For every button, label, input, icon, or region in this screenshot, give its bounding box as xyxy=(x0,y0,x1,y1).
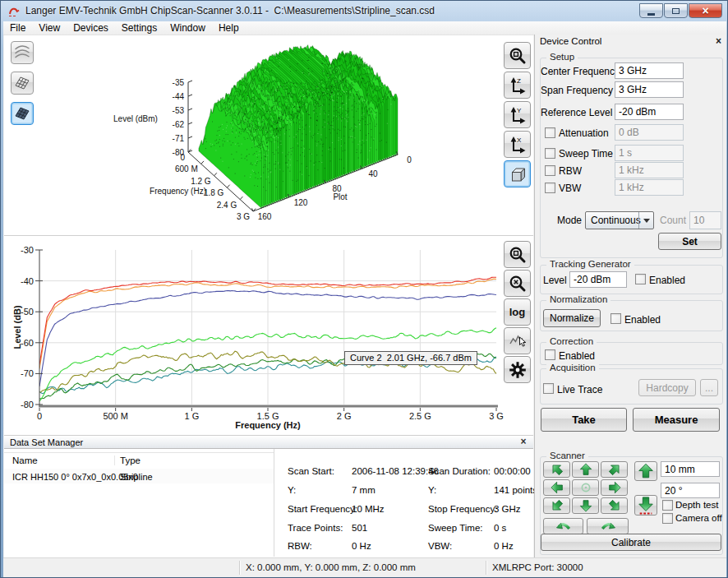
window-title: Langer EMV-Technik GmbH ChipScan-Scanner… xyxy=(25,5,435,16)
svg-text:3 G: 3 G xyxy=(237,212,250,221)
menu-window[interactable]: Window xyxy=(164,22,212,34)
mode-select[interactable]: Continuous xyxy=(585,211,654,229)
svg-text:Y: Y xyxy=(517,107,522,114)
surface-mesh-button[interactable] xyxy=(11,72,34,95)
spectrum-plot[interactable]: -30-40-50-60-70-800500 M1 G1.5 G2 G2.5 G… xyxy=(4,236,533,435)
vbw-checkbox[interactable] xyxy=(545,183,555,193)
rotate-cw-button[interactable] xyxy=(587,518,629,534)
take-button[interactable]: Take xyxy=(541,408,627,432)
center-frequency-field[interactable] xyxy=(615,62,684,79)
column-type[interactable]: Type xyxy=(114,455,141,465)
count-field[interactable] xyxy=(689,211,721,229)
menu-settings[interactable]: Settings xyxy=(115,22,164,34)
menu-view[interactable]: View xyxy=(32,22,67,34)
move-up-button[interactable] xyxy=(572,461,599,478)
calibrate-button[interactable]: Calibrate xyxy=(541,534,721,551)
rbw-checkbox[interactable] xyxy=(545,165,555,176)
surface-style-toolbar xyxy=(11,41,34,125)
zoom-cancel-icon xyxy=(508,274,528,294)
chevron-down-icon xyxy=(638,212,653,229)
zoom-reset-button[interactable] xyxy=(504,270,531,297)
axis-x-button[interactable]: X xyxy=(504,131,531,158)
maximize-button[interactable] xyxy=(664,3,688,18)
vbw-field[interactable] xyxy=(615,179,684,196)
move-left-button[interactable] xyxy=(543,479,570,496)
log-scale-button[interactable]: log xyxy=(504,298,531,326)
step-size-field[interactable] xyxy=(661,461,720,477)
depth-test-label: Depth test xyxy=(675,500,718,510)
normalization-enabled-label: Enabled xyxy=(624,314,661,326)
svg-text:1.8 G: 1.8 G xyxy=(204,188,224,197)
surface-lines-button[interactable] xyxy=(11,41,34,64)
zoom-in-button[interactable] xyxy=(504,241,531,268)
status-position: X: 0.000 mm, Y: 0.000 mm, Z: 0.000 mm xyxy=(246,562,416,572)
hardcopy-more-button[interactable]: ... xyxy=(700,379,718,396)
close-button[interactable]: × xyxy=(689,3,722,18)
span-frequency-field[interactable] xyxy=(615,81,684,98)
measure-button[interactable]: Measure xyxy=(633,408,720,432)
depth-test-checkbox[interactable] xyxy=(662,500,673,511)
column-name[interactable]: Name xyxy=(12,455,38,465)
camera-off-checkbox[interactable] xyxy=(662,513,673,524)
tg-enabled-label: Enabled xyxy=(649,275,685,286)
attenuation-field[interactable] xyxy=(615,124,684,141)
sweep-time-field[interactable] xyxy=(615,145,684,161)
normalization-enabled-checkbox[interactable] xyxy=(611,313,621,324)
view-3d-button[interactable] xyxy=(504,160,531,187)
probe-down-button[interactable] xyxy=(634,495,657,516)
move-up-right-button[interactable] xyxy=(601,461,628,478)
reference-level-field[interactable] xyxy=(615,104,684,120)
move-down-button[interactable] xyxy=(572,497,599,514)
device-control-close-button[interactable]: × xyxy=(716,35,721,47)
svg-text:120: 120 xyxy=(294,198,308,207)
status-separator xyxy=(239,561,240,575)
normalize-button[interactable]: Normalize xyxy=(543,309,601,327)
rbw-field[interactable] xyxy=(615,162,684,178)
svg-text:160: 160 xyxy=(258,212,272,221)
move-up-left-button[interactable] xyxy=(543,461,570,478)
probe-down-icon xyxy=(637,496,655,515)
sweep-time-checkbox[interactable] xyxy=(545,148,555,159)
rotate-ccw-button[interactable] xyxy=(543,518,583,534)
angle-step-field[interactable] xyxy=(661,483,720,498)
surface-plot[interactable]: -35-44-53-62-71-80Level (dBm)0600 M1.2 G… xyxy=(4,35,533,235)
title-bar[interactable]: Langer EMV-Technik GmbH ChipScan-Scanner… xyxy=(1,1,728,21)
menu-devices[interactable]: Devices xyxy=(67,22,115,34)
settings-button[interactable] xyxy=(504,356,531,383)
svg-text:1 G: 1 G xyxy=(184,411,199,421)
acquisition-label: Acquisition xyxy=(546,363,599,372)
move-right-button[interactable] xyxy=(601,479,628,496)
detail-value: 00:00:00 xyxy=(494,466,531,476)
arrow-left-icon xyxy=(549,480,565,495)
move-down-left-button[interactable] xyxy=(543,497,570,514)
correction-enabled-checkbox[interactable] xyxy=(545,349,555,360)
menu-help[interactable]: Help xyxy=(212,22,246,34)
probe-up-button[interactable] xyxy=(634,461,657,481)
attenuation-checkbox[interactable] xyxy=(545,127,555,138)
detail-label: Stop Frequency: xyxy=(428,504,497,514)
zoom-3d-button[interactable] xyxy=(504,42,531,69)
axis-y-button[interactable]: Y xyxy=(504,101,531,128)
axis-z-button[interactable]: Z xyxy=(504,72,531,99)
detail-label: Y: xyxy=(428,485,436,495)
surface-plot-panel: -35-44-53-62-71-80Level (dBm)0600 M1.2 G… xyxy=(4,35,533,236)
dataset-row[interactable]: ICR HH150 0° 0x7x0_0x0.05x0 Stripline xyxy=(4,469,274,483)
tg-level-field[interactable] xyxy=(569,271,627,288)
marker-button[interactable] xyxy=(504,327,531,354)
center-position-button[interactable] xyxy=(572,479,599,496)
gear-icon xyxy=(508,360,528,380)
arrow-down-left-icon xyxy=(549,498,565,513)
tg-enabled-checkbox[interactable] xyxy=(635,274,646,284)
live-trace-checkbox[interactable] xyxy=(543,383,554,394)
arrow-down-icon xyxy=(578,498,594,513)
set-button[interactable]: Set xyxy=(658,233,721,250)
move-down-right-button[interactable] xyxy=(601,497,628,514)
menu-file[interactable]: File xyxy=(3,22,32,34)
arrow-up-icon xyxy=(578,462,594,477)
minimize-button[interactable] xyxy=(639,3,663,18)
surface-solid-button[interactable] xyxy=(11,102,34,125)
dsm-close-button[interactable]: × xyxy=(518,436,529,448)
hardcopy-button[interactable]: Hardcopy xyxy=(638,379,696,396)
detail-value: 2006-11-08 12:39:46 xyxy=(352,466,439,476)
correction-label: Correction xyxy=(546,336,597,346)
